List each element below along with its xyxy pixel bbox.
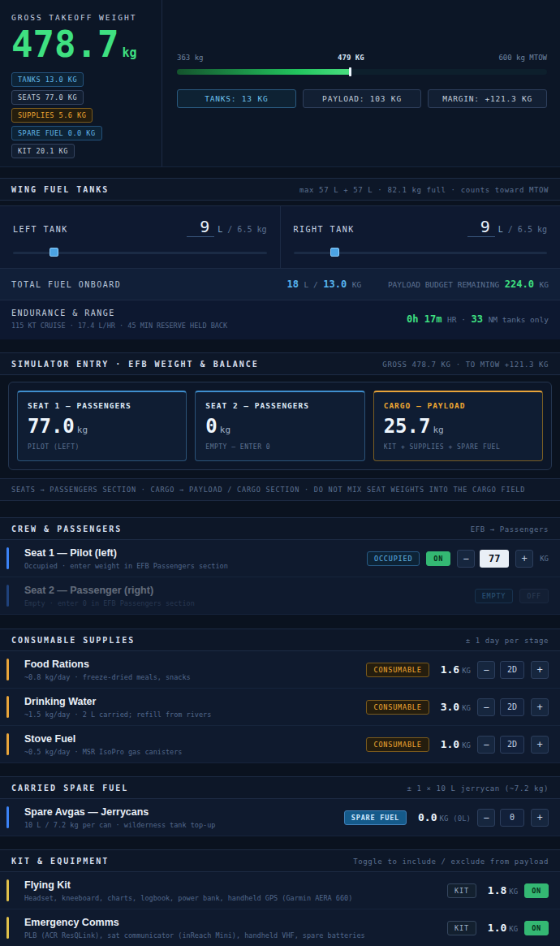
seat-title: Seat 2 — Passenger (right) xyxy=(24,585,468,596)
section-kit-equipment: KIT & EQUIPMENT Toggle to include / excl… xyxy=(0,849,560,872)
payload-budget-value: 224.0 xyxy=(505,279,534,290)
section-crew-passengers: CREW & PASSENGERS EFB → Passengers xyxy=(0,517,560,540)
chip-tanks: TANKS: 13 KG xyxy=(177,89,296,108)
payload-budget-label: PAYLOAD BUDGET REMAINING xyxy=(388,280,499,289)
seat-sub: Empty · enter 0 in EFB Passengers sectio… xyxy=(24,599,468,607)
payload-budget-unit: KG xyxy=(540,280,549,289)
total-fuel-row: TOTAL FUEL ONBOARD 18 L / 13.0 KG PAYLOA… xyxy=(0,269,560,300)
kit-toggle[interactable]: ON xyxy=(524,883,549,898)
efb-card-label: SEAT 1 — PASSENGERS xyxy=(28,401,176,410)
section-note: GROSS 478.7 KG · TO MTOW +121.3 KG xyxy=(382,361,549,369)
supply-row-water: Drinking Water ~1.5 kg/day · 2 L carried… xyxy=(0,689,560,726)
supply-plus-button[interactable]: + xyxy=(531,698,549,716)
consumable-badge: CONSUMABLE xyxy=(366,700,429,715)
mtow-progress-bar xyxy=(177,69,547,75)
spare-fuel-weight: 0.0KG(0L) xyxy=(418,811,471,823)
efb-card-value: 0 xyxy=(205,415,217,438)
chip-payload: PAYLOAD: 103 KG xyxy=(303,89,422,108)
left-tank-unit: L xyxy=(218,225,222,234)
section-consumable-supplies: CONSUMABLE SUPPLIES ± 1 day per stage xyxy=(0,629,560,651)
fuel-tanks-panel: LEFT TANK 9L/ 6.5 kg RIGHT TANK 9L/ 6.5 … xyxy=(0,205,560,269)
kit-row-flying-kit: Flying Kit Headset, kneeboard, charts, l… xyxy=(0,872,560,909)
efb-card-seat1: SEAT 1 — PASSENGERS 77.0kg PILOT (LEFT) xyxy=(17,391,187,461)
spare-fuel-row: Spare Avgas — Jerrycans 10 L / 7.2 kg pe… xyxy=(0,799,560,836)
endurance-range: 33 xyxy=(472,313,483,325)
endurance-sub: 115 KT CRUISE · 17.4 L/HR · 45 MIN RESER… xyxy=(11,322,227,330)
right-tank-unit: L xyxy=(498,225,503,234)
section-simulator-entry: SIMULATOR ENTRY · EFB WEIGHT & BALANCE G… xyxy=(0,352,560,375)
supply-plus-button[interactable]: + xyxy=(531,661,549,679)
seat-weight-input[interactable]: 77 xyxy=(480,550,509,568)
efb-card-value: 77.0 xyxy=(28,415,75,438)
spare-fuel-plus-button[interactable]: + xyxy=(531,809,549,827)
section-title: WING FUEL TANKS xyxy=(11,185,109,194)
spare-fuel-minus-button[interactable]: − xyxy=(477,809,495,827)
supply-title: Drinking Water xyxy=(24,696,360,707)
seat-row-passenger: Seat 2 — Passenger (right) Empty · enter… xyxy=(0,577,560,615)
supply-minus-button[interactable]: − xyxy=(477,736,495,754)
seat-weight-plus-button[interactable]: + xyxy=(515,550,533,568)
endurance-time: 0h 17m xyxy=(407,313,442,325)
seat-toggle[interactable]: ON xyxy=(426,551,450,566)
efb-instructions: SEATS → PASSENGERS SECTION · CARGO → PAY… xyxy=(0,478,560,501)
badge-seats: SEATS 77.0 KG xyxy=(11,90,84,105)
seat-status-badge: OCCUPIED xyxy=(367,551,420,566)
endurance-values: 0h 17m HR · 33 NM tanks only xyxy=(407,313,549,325)
efb-card-seat2: SEAT 2 — PASSENGERS 0kg EMPTY — ENTER 0 xyxy=(195,391,364,461)
section-wing-fuel-tanks: WING FUEL TANKS max 57 L + 57 L · 82.1 k… xyxy=(0,178,560,201)
efb-card-unit: kg xyxy=(77,425,88,435)
gross-weight-number: 478.7 xyxy=(11,24,118,65)
supply-weight: 1.6KG xyxy=(441,663,471,676)
supply-sub: ~1.5 kg/day · 2 L carried; refill from r… xyxy=(24,711,360,719)
spare-fuel-count: 0 xyxy=(500,809,524,827)
efb-cards-panel: SEAT 1 — PASSENGERS 77.0kg PILOT (LEFT) … xyxy=(8,382,552,470)
section-title: CONSUMABLE SUPPLIES xyxy=(11,636,135,645)
seat-row-pilot: Seat 1 — Pilot (left) Occupied · enter w… xyxy=(0,540,560,577)
supply-minus-button[interactable]: − xyxy=(477,698,495,716)
supply-plus-button[interactable]: + xyxy=(531,736,549,754)
weight-breakdown-badges: TANKS 13.0 KG SEATS 77.0 KG SUPPLIES 5.6… xyxy=(11,72,150,158)
efb-card-cargo: CARGO — PAYLOAD 25.7kg KIT + SUPPLIES + … xyxy=(373,391,543,461)
kit-title: Flying Kit xyxy=(24,879,441,891)
efb-card-sub: PILOT (LEFT) xyxy=(28,443,176,451)
kit-weight: 1.8KG xyxy=(488,884,518,896)
endurance-label: ENDURANCE & RANGE xyxy=(11,309,227,317)
badge-tanks: TANKS 13.0 KG xyxy=(11,72,84,87)
supply-row-food: Food Rations ~0.8 kg/day · freeze-dried … xyxy=(0,651,560,689)
seat-status-badge: EMPTY xyxy=(475,589,514,603)
spare-fuel-sub: 10 L / 7.2 kg per can · wilderness tank … xyxy=(24,821,338,829)
spare-fuel-badge: SPARE FUEL xyxy=(344,810,407,825)
right-tank-label: RIGHT TANK xyxy=(294,225,355,234)
seat-toggle[interactable]: OFF xyxy=(519,589,549,603)
supply-days-count: 2D xyxy=(500,736,524,754)
mtow-bar-panel: 363 kg 479 KG 600 kg MTOW TANKS: 13 KG P… xyxy=(162,0,560,166)
seat-weight-minus-button[interactable]: − xyxy=(457,550,475,568)
right-tank-kg: / 6.5 kg xyxy=(508,225,547,234)
total-kg-unit: KG xyxy=(352,280,361,289)
section-title: CARRIED SPARE FUEL xyxy=(11,784,128,793)
section-note: ± 1 day per stage xyxy=(466,637,549,645)
supply-minus-button[interactable]: − xyxy=(477,661,495,679)
total-liters-unit: L / xyxy=(304,280,317,289)
right-tank-slider[interactable] xyxy=(294,247,548,258)
right-tank-slider-thumb[interactable] xyxy=(330,248,339,257)
left-tank: LEFT TANK 9L/ 6.5 kg xyxy=(0,206,280,268)
supply-weight: 3.0KG xyxy=(441,701,471,713)
chip-margin: MARGIN: +121.3 KG xyxy=(428,89,547,108)
supply-title: Food Rations xyxy=(24,659,360,670)
left-tank-slider[interactable] xyxy=(13,247,267,258)
summary-chips: TANKS: 13 KG PAYLOAD: 103 KG MARGIN: +12… xyxy=(177,89,547,108)
total-fuel-label: TOTAL FUEL ONBOARD xyxy=(11,280,121,289)
left-tank-slider-thumb[interactable] xyxy=(50,248,58,257)
section-note: max 57 L + 57 L · 82.1 kg full · counts … xyxy=(299,186,549,194)
efb-card-sub: KIT + SUPPLIES + SPARE FUEL xyxy=(384,443,532,451)
spare-fuel-title: Spare Avgas — Jerrycans xyxy=(24,806,338,818)
seat-sub: Occupied · enter weight in EFB Passenger… xyxy=(24,562,360,570)
section-carried-spare-fuel: CARRIED SPARE FUEL ± 1 × 10 L jerrycan (… xyxy=(0,776,560,799)
kit-sub: Headset, kneeboard, charts, logbook, pow… xyxy=(24,894,441,902)
kit-toggle[interactable]: ON xyxy=(524,921,549,935)
supply-days-count: 2D xyxy=(500,661,524,679)
endurance-time-unit: HR · xyxy=(447,315,466,324)
right-tank-value-input[interactable]: 9 xyxy=(467,217,495,237)
left-tank-value-input[interactable]: 9 xyxy=(187,217,214,237)
